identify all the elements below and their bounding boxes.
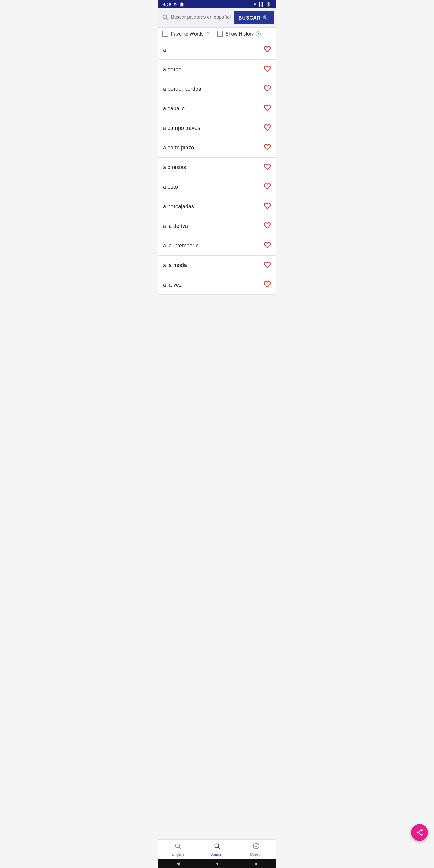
word-row[interactable]: a la moda <box>158 255 276 275</box>
word-row[interactable]: a esto <box>158 177 276 197</box>
word-text: a <box>163 47 166 53</box>
filter-row: Favorite Words ♡ Show History 🕐 <box>158 28 276 40</box>
word-row[interactable]: a cuestas <box>158 158 276 177</box>
favorite-heart-icon[interactable] <box>264 144 271 152</box>
word-list: aa bordoa bordo, bordoaa caballoa campo … <box>158 40 276 295</box>
wifi-icon: ▼ <box>253 2 257 7</box>
buscar-button[interactable]: BUSCAR 🔍 <box>234 11 274 24</box>
status-bar: 4:09 ⚙ 📋 ▼ ▌▌ 🔋 <box>158 0 276 8</box>
favorite-heart-icon[interactable] <box>264 222 271 230</box>
favorite-heart-icon[interactable] <box>264 85 271 93</box>
favorite-words-checkbox[interactable] <box>162 31 168 37</box>
word-row[interactable]: a la deriva <box>158 216 276 236</box>
word-text: a esto <box>163 184 178 190</box>
word-text: a la moda <box>163 262 187 269</box>
signal-icon: ▌▌ <box>259 2 264 7</box>
favorite-heart-icon[interactable] <box>264 124 271 132</box>
favorite-heart-icon[interactable] <box>264 241 271 250</box>
word-row[interactable]: a corto plazo <box>158 138 276 158</box>
word-text: a corto plazo <box>163 145 194 151</box>
word-text: a bordo <box>163 66 181 73</box>
word-text: a bordo, bordoa <box>163 86 201 92</box>
time-display: 4:09 <box>163 2 171 7</box>
word-text: a caballo <box>163 105 185 112</box>
word-row[interactable]: a la vez <box>158 275 276 295</box>
word-row[interactable]: a bordo <box>158 60 276 79</box>
word-text: a la intemperie <box>163 243 198 249</box>
favorite-heart-icon[interactable] <box>264 104 271 113</box>
favorite-words-label: Favorite Words ♡ <box>171 31 209 37</box>
battery-icon: 🔋 <box>266 2 271 7</box>
word-text: a la deriva <box>163 223 188 229</box>
favorite-heart-icon[interactable] <box>264 65 271 73</box>
favorite-heart-icon[interactable] <box>264 281 271 289</box>
favorite-words-filter[interactable]: Favorite Words ♡ <box>162 31 217 37</box>
word-text: a cuestas <box>163 164 186 170</box>
show-history-checkbox[interactable] <box>217 31 223 37</box>
favorite-heart-icon[interactable] <box>264 202 271 211</box>
favorite-heart-icon[interactable] <box>264 183 271 191</box>
show-history-filter[interactable]: Show History 🕐 <box>217 31 272 37</box>
word-row[interactable]: a bordo, bordoa <box>158 79 276 99</box>
search-container: BUSCAR 🔍 <box>158 8 276 28</box>
word-row[interactable]: a <box>158 40 276 60</box>
status-bar-left: 4:09 ⚙ 📋 <box>163 2 184 7</box>
svg-line-1 <box>166 19 168 20</box>
word-text: a campo través <box>163 125 200 131</box>
favorite-heart-icon[interactable] <box>264 261 271 270</box>
favorite-heart-icon[interactable] <box>264 163 271 172</box>
show-history-label: Show History 🕐 <box>225 31 261 37</box>
word-text: a la vez <box>163 282 182 288</box>
search-input[interactable] <box>171 14 231 22</box>
word-row[interactable]: a caballo <box>158 99 276 119</box>
word-text: a horcajadas <box>163 204 194 210</box>
word-row[interactable]: a campo través <box>158 119 276 138</box>
status-bar-right: ▼ ▌▌ 🔋 <box>253 2 271 7</box>
word-row[interactable]: a la intemperie <box>158 236 276 255</box>
clipboard-icon: 📋 <box>179 2 184 7</box>
search-icon <box>162 14 168 22</box>
word-row[interactable]: a horcajadas <box>158 197 276 216</box>
settings-icon: ⚙ <box>173 2 177 7</box>
favorite-heart-icon[interactable] <box>264 45 271 54</box>
